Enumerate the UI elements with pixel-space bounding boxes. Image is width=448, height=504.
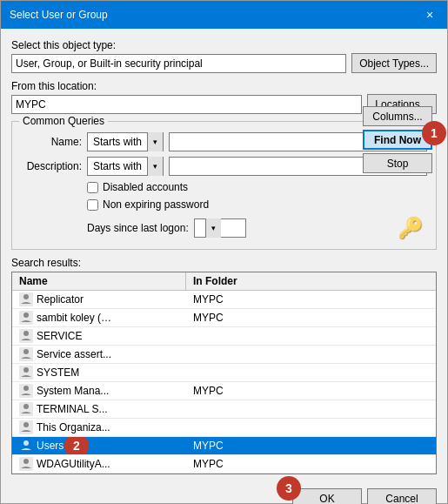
table-row[interactable]: Users 2 MYPC [12, 437, 436, 455]
table-row[interactable]: Service assert... [12, 346, 436, 364]
row-name: Service assert... [37, 348, 111, 360]
common-queries-group: Common Queries Name: Starts with ▾ Colum… [11, 121, 437, 250]
object-type-label: Select this object type: [11, 39, 437, 51]
non-expiring-row: Non expiring password [87, 198, 427, 211]
results-table[interactable]: Name In Folder Replicator MYPC [11, 272, 437, 474]
days-logon-combo[interactable]: ▾ [194, 218, 246, 238]
svg-point-3 [23, 312, 29, 318]
table-row[interactable]: This Organiza... [12, 419, 436, 437]
disabled-accounts-row: Disabled accounts [87, 181, 427, 193]
disabled-accounts-checkbox[interactable] [87, 182, 98, 193]
row-name: sambit koley (… [37, 312, 111, 324]
row-folder [186, 334, 436, 338]
row-name: SERVICE [37, 330, 82, 342]
name-starts-label: Starts with [88, 132, 147, 151]
row-folder: MYPC [186, 292, 436, 307]
svg-point-5 [23, 331, 29, 336]
row-folder: MYPC [186, 383, 436, 399]
col-name-header[interactable]: Name [12, 272, 186, 290]
row-name: Replicator [37, 293, 84, 306]
table-row[interactable]: WDAGUtilityA... MYPC [12, 455, 436, 474]
table-row[interactable]: TERMINAL S... [12, 400, 436, 419]
object-type-input[interactable] [11, 54, 346, 73]
row-name: Users [37, 440, 64, 452]
disabled-accounts-label: Disabled accounts [103, 181, 188, 193]
search-results-section: Search results: Name In Folder Replicato… [11, 257, 437, 474]
user-row-icon [19, 384, 33, 398]
title-bar: Select User or Group × [1, 1, 447, 29]
stop-button[interactable]: Stop [363, 153, 432, 173]
columns-button[interactable]: Columns... [363, 106, 432, 126]
non-expiring-label: Non expiring password [103, 198, 209, 211]
col-folder-header[interactable]: In Folder [186, 272, 436, 290]
svg-point-1 [23, 294, 29, 299]
days-dropdown-arrow[interactable]: ▾ [205, 218, 221, 238]
ok-button[interactable]: OK [292, 488, 362, 504]
table-row[interactable]: System Mana... MYPC [12, 382, 436, 400]
name-label: Name: [21, 136, 82, 148]
key-icon: 🔑 [398, 216, 424, 240]
user-row-icon [19, 366, 33, 380]
row-folder [186, 353, 436, 356]
close-button[interactable]: × [421, 6, 438, 24]
row-name: SYSTEM [37, 366, 79, 379]
location-input[interactable] [11, 95, 362, 114]
select-user-dialog: Select User or Group × Select this objec… [0, 0, 448, 504]
svg-point-19 [23, 459, 29, 464]
table-row[interactable]: Replicator MYPC [12, 291, 436, 309]
name-dropdown-arrow[interactable]: ▾ [147, 132, 163, 151]
row-folder: MYPC [186, 438, 436, 454]
desc-starts-with-combo[interactable]: Starts with ▾ [87, 157, 164, 176]
svg-point-17 [23, 440, 29, 446]
location-label: From this location: [11, 80, 437, 92]
row-folder [186, 371, 436, 374]
non-expiring-checkbox[interactable] [87, 199, 98, 211]
table-row[interactable]: SYSTEM [12, 364, 436, 382]
object-type-section: Select this object type: Object Types... [11, 39, 437, 73]
bottom-buttons: OK 3 Cancel [11, 488, 437, 504]
svg-point-11 [23, 386, 29, 391]
search-results-label: Search results: [11, 257, 437, 269]
desc-dropdown-arrow[interactable]: ▾ [147, 157, 163, 176]
dialog-body: Select this object type: Object Types...… [1, 29, 447, 504]
user-row-icon [19, 347, 33, 361]
svg-point-9 [23, 367, 29, 373]
table-row[interactable]: sambit koley (… MYPC [12, 309, 436, 327]
find-now-button[interactable]: Find Now [363, 130, 432, 150]
badge-2: 2 [64, 437, 89, 454]
row-name: This Organiza... [37, 421, 110, 433]
query-buttons: Columns... Find Now 1 Stop [363, 106, 432, 173]
row-name: WDAGUtilityA... [37, 458, 110, 470]
user-row-icon [19, 329, 33, 343]
user-row-icon [19, 439, 33, 453]
row-name: TERMINAL S... [37, 403, 108, 415]
cancel-button[interactable]: Cancel [367, 488, 437, 504]
row-folder [186, 426, 436, 429]
row-name: System Mana... [37, 385, 109, 397]
common-queries-inner: Name: Starts with ▾ Columns... Find Now [21, 132, 427, 240]
days-logon-row: Days since last logon: ▾ [87, 218, 246, 238]
svg-point-13 [23, 404, 29, 409]
desc-starts-label: Starts with [88, 157, 147, 176]
user-row-icon [19, 292, 33, 306]
row-folder: MYPC [186, 310, 436, 326]
user-row-icon [19, 402, 33, 416]
user-row-icon [19, 420, 33, 434]
days-logon-label: Days since last logon: [87, 222, 189, 234]
name-starts-with-combo[interactable]: Starts with ▾ [87, 132, 164, 151]
common-queries-tab[interactable]: Common Queries [19, 115, 108, 127]
description-label: Description: [21, 160, 82, 172]
row-folder: MYPC [186, 456, 436, 472]
dialog-title: Select User or Group [10, 9, 108, 21]
object-types-button[interactable]: Object Types... [351, 53, 437, 73]
row-folder [186, 407, 436, 411]
table-row[interactable]: SERVICE [12, 327, 436, 346]
svg-point-15 [23, 422, 29, 427]
user-row-icon [19, 457, 33, 471]
results-header: Name In Folder [12, 272, 436, 291]
results-rows-container: Replicator MYPC sambit koley (… MYPC [12, 291, 436, 474]
user-row-icon [19, 311, 33, 325]
svg-point-7 [23, 349, 29, 354]
